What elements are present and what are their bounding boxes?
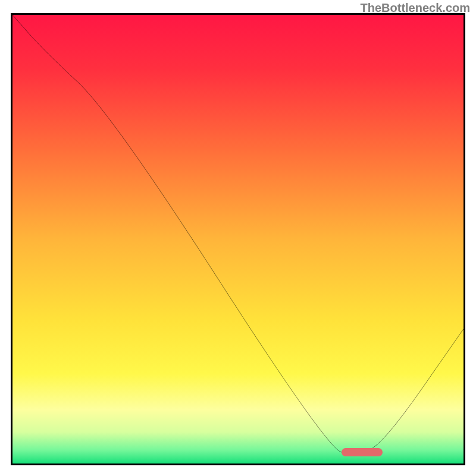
optimal-range-marker xyxy=(342,448,382,456)
plot-area xyxy=(11,13,465,465)
bottleneck-chart: TheBottleneck.com xyxy=(0,0,476,476)
bottleneck-curve xyxy=(12,15,464,464)
watermark-text: TheBottleneck.com xyxy=(361,1,470,15)
